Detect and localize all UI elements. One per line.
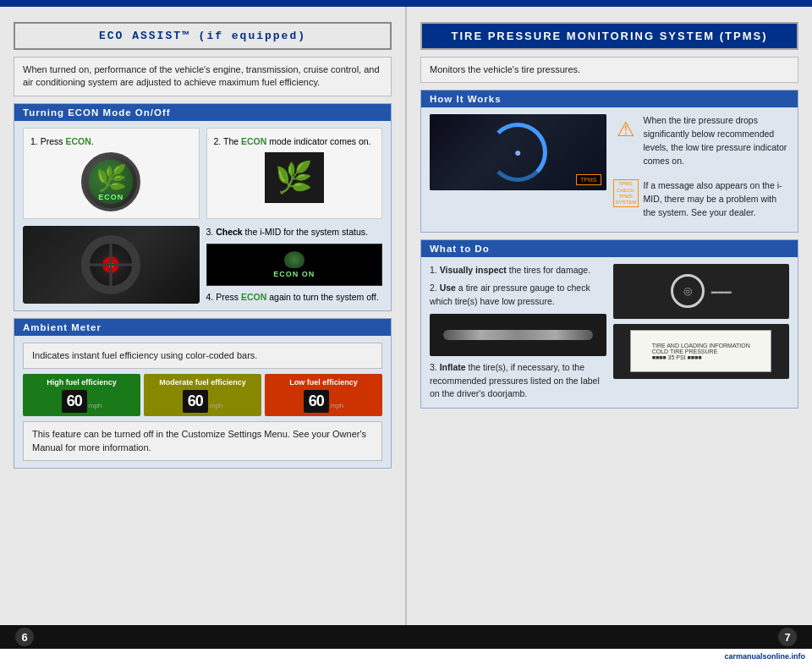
econ-step1: 1. Press ECON. 🌿 ECON bbox=[23, 128, 200, 220]
step1-visually: 1. Visually inspect the tires for damage… bbox=[430, 264, 606, 277]
steps-3-4: 3. Check the i-MID for the system status… bbox=[206, 226, 383, 303]
tpms-dashboard-image: ● TPMS bbox=[430, 114, 606, 190]
moderate-speed-value: 60 bbox=[183, 390, 208, 413]
page-number-left: 6 bbox=[15, 628, 34, 646]
econ-step2: 2. The ECON mode indicator comes on. 🌿 bbox=[206, 128, 383, 220]
top-bar bbox=[0, 0, 812, 7]
speed-number: ● bbox=[514, 145, 521, 159]
step3-text: 3. Check the i-MID for the system status… bbox=[206, 226, 383, 239]
left-page: ECO ASSIST™ (if equipped) When turned on… bbox=[0, 7, 407, 625]
speedometer: ● bbox=[488, 123, 547, 182]
watermark-bar: carmanualsonline.info bbox=[0, 649, 812, 664]
step2-econ-label: ECON bbox=[241, 136, 266, 146]
tpms-how-text: ⚠ When the tire pressure drops significa… bbox=[613, 114, 790, 224]
dashboard-photo: ● TPMS bbox=[430, 114, 606, 190]
low-fuel-bar: Low fuel efficiency 60 mph bbox=[265, 374, 382, 416]
ambient-desc: Indicates instant fuel efficiency using … bbox=[23, 343, 382, 369]
fuel-bars-container: High fuel efficiency 60 mph Moderate fue… bbox=[23, 374, 382, 416]
tpms-warning-row: ⚠ When the tire pressure drops significa… bbox=[613, 114, 790, 173]
low-speed-value: 60 bbox=[304, 390, 329, 413]
low-speed-unit: mph bbox=[331, 402, 344, 413]
econ-mode-title: Turning ECON Mode On/Off bbox=[14, 104, 391, 121]
tire-gauge-visual bbox=[443, 330, 593, 340]
page-number-right: 7 bbox=[778, 628, 797, 646]
right-page: TIRE PRESSURE MONITORING SYSTEM (TPMS) M… bbox=[407, 7, 812, 625]
moderate-speed-unit: mph bbox=[210, 402, 223, 413]
tpms-title: TIRE PRESSURE MONITORING SYSTEM (TPMS) bbox=[420, 22, 798, 50]
tpms-images: ● TPMS bbox=[430, 114, 606, 224]
how-it-works-title: How It Works bbox=[421, 91, 798, 107]
econ-leaf-icon: 🌿 bbox=[96, 163, 127, 193]
tpms-system-label-box: TPMSCHECK TPMSSYSTEM bbox=[613, 179, 639, 207]
eco-assist-title: ECO ASSIST™ (if equipped) bbox=[14, 22, 392, 50]
steering-photo: H bbox=[23, 226, 200, 303]
what-right-images: ◎ ▬▬▬ TIRE AND LOADING INFORMATION COLD … bbox=[613, 264, 790, 402]
tpms-system-row: TPMSCHECK TPMSSYSTEM If a message also a… bbox=[613, 179, 790, 224]
econ-button-inner: 🌿 ECON bbox=[89, 160, 133, 204]
econ-mode-body: 1. Press ECON. 🌿 ECON 2. The ECON mode bbox=[14, 121, 391, 310]
econ-steps-top: 1. Press ECON. 🌿 ECON 2. The ECON mode bbox=[23, 128, 382, 220]
econ-leaf-display: 🌿 bbox=[265, 152, 324, 203]
gauge-tool-visual: ◎ bbox=[671, 274, 705, 308]
what-left-text: 1. Visually inspect the tires for damage… bbox=[430, 264, 606, 402]
tpms-warning-icon: ⚠ bbox=[613, 114, 639, 145]
ambient-meter-title: Ambient Meter bbox=[14, 319, 391, 336]
doorjamb-sticker: TIRE AND LOADING INFORMATION COLD TIRE P… bbox=[630, 330, 771, 372]
steering-wheel-photo: H bbox=[23, 226, 200, 303]
tpms-intro-box: Monitors the vehicle's tire pressures. bbox=[420, 57, 798, 83]
high-speed-unit: mph bbox=[89, 402, 102, 413]
high-fuel-bar: High fuel efficiency 60 mph bbox=[23, 374, 140, 416]
eco-intro-box: When turned on, performance of the vehic… bbox=[14, 57, 392, 96]
step4-econ-word: ECON bbox=[241, 292, 266, 302]
what-to-do-section: What to Do 1. Visually inspect the tires… bbox=[420, 239, 798, 409]
ambient-meter-body: Indicates instant fuel efficiency using … bbox=[14, 336, 391, 468]
econ-on-label: ECON ON bbox=[219, 270, 370, 278]
main-content: ECO ASSIST™ (if equipped) When turned on… bbox=[0, 7, 812, 625]
step1-econ-label: ECON bbox=[65, 136, 91, 146]
gauge-dial: ◎ bbox=[683, 285, 692, 297]
check-tpms-indicator: TPMS bbox=[576, 174, 601, 185]
step2-text: 2. The ECON mode indicator comes on. bbox=[214, 135, 376, 148]
low-speed-display: 60 mph bbox=[268, 390, 379, 413]
step4-text: 4. Press ECON again to turn the system o… bbox=[206, 291, 383, 304]
what-to-do-grid: 1. Visually inspect the tires for damage… bbox=[430, 264, 789, 402]
doorjamb-image: TIRE AND LOADING INFORMATION COLD TIRE P… bbox=[613, 324, 790, 379]
moderate-fuel-bar: Moderate fuel efficiency 60 mph bbox=[144, 374, 261, 416]
what-to-do-body: 1. Visually inspect the tires for damage… bbox=[421, 257, 798, 409]
ambient-meter-section: Ambient Meter Indicates instant fuel eff… bbox=[14, 318, 392, 469]
step1-text: 1. Press ECON. bbox=[30, 135, 192, 148]
steering-wheel-ring: H bbox=[81, 235, 140, 294]
econ-mode-section: Turning ECON Mode On/Off 1. Press ECON. … bbox=[14, 103, 392, 311]
watermark-text: carmanualsonline.info bbox=[724, 652, 805, 661]
spoke-vertical bbox=[110, 239, 112, 290]
step2-use: 2. Use a tire air pressure gauge to chec… bbox=[430, 282, 606, 309]
econ-on-screen: ECON ON bbox=[206, 244, 383, 286]
econ-on-icon bbox=[284, 251, 304, 268]
step3-inflate: 3. Inflate the tire(s), if necessary, to… bbox=[430, 361, 606, 401]
steering-area: H 3. Check the i-MID for the system stat… bbox=[23, 226, 382, 303]
high-speed-value: 60 bbox=[62, 390, 87, 413]
econ-leaf-large: 🌿 bbox=[275, 160, 313, 195]
tpms-how-grid: ● TPMS ⚠ bbox=[430, 114, 789, 224]
ambient-footer: This feature can be turned off in the Cu… bbox=[23, 421, 382, 461]
gauge-handle: ▬▬▬ bbox=[711, 288, 732, 295]
what-to-do-title: What to Do bbox=[421, 240, 798, 257]
tire-image bbox=[430, 314, 606, 356]
how-it-works-body: ● TPMS ⚠ bbox=[421, 107, 798, 231]
tire-warning-symbol: ⚠ bbox=[617, 118, 635, 140]
moderate-speed-display: 60 mph bbox=[147, 390, 258, 413]
high-speed-display: 60 mph bbox=[26, 390, 137, 413]
pressure-gauge-image: ◎ ▬▬▬ bbox=[613, 264, 790, 319]
bottom-bar: 6 7 bbox=[0, 625, 812, 649]
econ-button-visual: 🌿 ECON bbox=[81, 152, 140, 211]
how-it-works-section: How It Works ● TPMS bbox=[420, 90, 798, 232]
econ-btn-label: ECON bbox=[98, 193, 123, 201]
